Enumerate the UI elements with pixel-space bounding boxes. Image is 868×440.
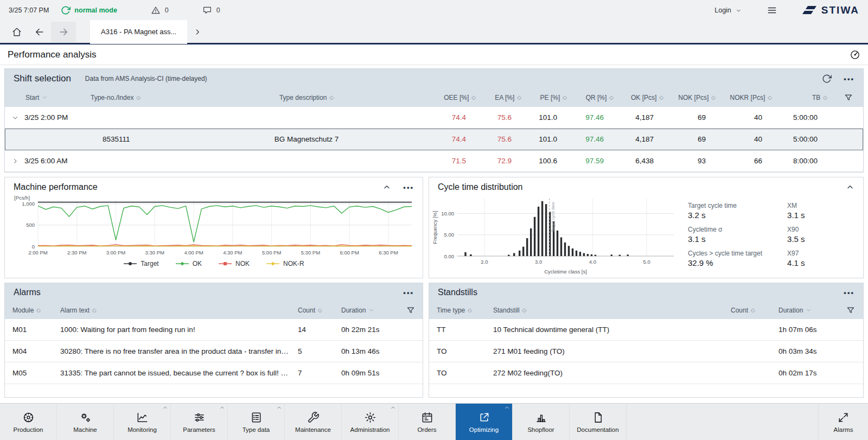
- nav-item-maintenance[interactable]: Maintenance: [285, 404, 342, 440]
- standstill-row[interactable]: TO271 M01 feeding (TO)0h 03m 34s: [429, 341, 863, 362]
- column-header[interactable]: Standstill◇: [486, 307, 723, 314]
- nav-item-production[interactable]: Production: [0, 404, 57, 440]
- nav-item-administration[interactable]: Administration: [342, 404, 399, 440]
- middle-cards-row: Machine performance ••• [Pcs/h]2:00 PM2:…: [4, 177, 864, 278]
- legend-item[interactable]: OK: [175, 260, 202, 267]
- sort-icon: ◇: [136, 95, 141, 100]
- nokr-value: 40: [722, 113, 778, 122]
- sort-icon: ◇: [329, 95, 334, 100]
- nav-item-monitoring[interactable]: Monitoring: [114, 404, 171, 440]
- refresh-icon[interactable]: [822, 74, 832, 84]
- column-header[interactable]: PE [%]◇: [528, 94, 573, 101]
- nav-item-shopfloor[interactable]: Shopfloor: [513, 404, 570, 440]
- machine-icon: [79, 411, 92, 424]
- nav-item-parameters[interactable]: Parameters: [171, 404, 228, 440]
- filter-button[interactable]: [399, 305, 423, 315]
- column-header[interactable]: Type-no./Index◇: [86, 94, 178, 101]
- column-header[interactable]: NOK [Pcs]◇: [670, 94, 722, 101]
- back-button[interactable]: [28, 22, 51, 42]
- collapse-chevron-icon[interactable]: [382, 183, 391, 192]
- legend-marker-icon: [175, 261, 189, 266]
- filter-button[interactable]: [834, 93, 863, 103]
- shift-row[interactable]: 3/25 2:00 PM 74.4 75.6 101.0 97.46 4,187…: [5, 107, 863, 129]
- pe-value: 101.0: [528, 135, 573, 143]
- column-header[interactable]: EA [%]◇: [482, 94, 528, 101]
- nav-item-machine[interactable]: Machine: [57, 404, 114, 440]
- mode-indicator[interactable]: normal mode: [61, 5, 117, 15]
- column-header[interactable]: Time type◇: [429, 307, 486, 314]
- collapse-chevron-icon[interactable]: [504, 404, 510, 412]
- documentation-icon: [592, 411, 604, 424]
- chevron-down-icon: [42, 94, 48, 100]
- collapse-chevron-icon[interactable]: [846, 183, 854, 192]
- cycle-time-card: Cycle time distribution 2.03.04.05.00.00…: [429, 177, 864, 278]
- shift-start: 3/25 6:00 AM: [24, 157, 68, 165]
- standstill-row[interactable]: TO272 M02 feeding(TO)0h 02m 17s: [429, 362, 863, 384]
- machine-performance-title: Machine performance: [14, 182, 98, 192]
- column-header[interactable]: OK [Pcs]◇: [620, 94, 670, 101]
- performance-gauge-icon[interactable]: [850, 49, 860, 60]
- more-menu-icon[interactable]: •••: [844, 75, 854, 83]
- page-title-row: Performance analysis: [0, 44, 868, 65]
- column-header[interactable]: Module◇: [5, 307, 53, 314]
- column-header[interactable]: NOKR [Pcs]◇: [722, 94, 778, 101]
- alarm-row[interactable]: M0531335: The part cannot be issued, bec…: [5, 362, 423, 384]
- column-header[interactable]: Type description◇: [178, 94, 435, 101]
- collapse-chevron-icon[interactable]: [162, 404, 168, 412]
- nav-item-type-data[interactable]: Type data: [228, 404, 285, 440]
- alarm-row[interactable]: M011000: Waiting for part from feeding r…: [5, 319, 423, 341]
- collapse-chevron-icon[interactable]: [276, 404, 282, 412]
- alarms-table-body: M011000: Waiting for part from feeding r…: [5, 319, 423, 384]
- shift-row[interactable]: 3/25 6:00 AM 71.5 72.9 100.6 97.59 6,438…: [5, 150, 863, 172]
- sort-icon: ◇: [468, 308, 472, 313]
- nav-item-orders[interactable]: Orders: [399, 404, 456, 440]
- collapse-row-icon[interactable]: [11, 114, 19, 122]
- nav-item-documentation[interactable]: Documentation: [570, 404, 627, 440]
- forward-button[interactable]: [51, 22, 76, 42]
- more-menu-icon[interactable]: •••: [403, 289, 414, 297]
- nav-item-alarms[interactable]: Alarms: [818, 404, 868, 440]
- sort-icon: ◇: [609, 95, 614, 100]
- expand-row-icon[interactable]: [11, 157, 19, 165]
- shift-table-header: StartType-no./Index◇Type description◇OEE…: [5, 88, 863, 107]
- filter-button[interactable]: [838, 305, 863, 315]
- svg-text:[Pcs/h]: [Pcs/h]: [14, 195, 30, 201]
- legend-item[interactable]: Target: [123, 260, 158, 267]
- collapse-chevron-icon[interactable]: [219, 404, 225, 412]
- column-header[interactable]: Duration: [771, 307, 838, 314]
- tab-label: A316 - PA Magnet ass...: [101, 28, 176, 36]
- pe-value: 100.6: [528, 157, 573, 165]
- svg-text:2:00 PM: 2:00 PM: [28, 250, 47, 256]
- legend-item[interactable]: NOK-R: [266, 260, 304, 267]
- standstill-row[interactable]: TT10 Technical downtime general (TT)1h 0…: [429, 319, 863, 341]
- login-menu[interactable]: Login: [714, 7, 742, 14]
- column-header[interactable]: TB◇: [778, 94, 834, 101]
- column-header[interactable]: Alarm text◇: [53, 307, 290, 314]
- svg-text:3:00 PM: 3:00 PM: [106, 250, 125, 256]
- nav-item-optimizing[interactable]: Optimizing: [456, 404, 513, 440]
- page-title: Performance analysis: [8, 49, 96, 60]
- tab-next-button[interactable]: [187, 22, 208, 42]
- column-header[interactable]: Count◇: [723, 307, 771, 314]
- column-header[interactable]: Start: [5, 94, 86, 101]
- column-header[interactable]: Duration: [334, 307, 399, 314]
- collapse-chevron-icon[interactable]: [390, 404, 396, 412]
- more-menu-icon[interactable]: •••: [844, 289, 854, 297]
- tab-a316[interactable]: A316 - PA Magnet ass...: [90, 20, 187, 44]
- home-button[interactable]: [5, 22, 28, 42]
- standstills-title: Standstills: [438, 288, 477, 297]
- shift-selection-subtitle: Data from AMS Analysis-CI (time-delayed): [85, 75, 207, 82]
- column-header[interactable]: QR [%]◇: [573, 94, 620, 101]
- machine-performance-card: Machine performance ••• [Pcs/h]2:00 PM2:…: [4, 177, 423, 278]
- column-header[interactable]: OEE [%]◇: [435, 94, 482, 101]
- alarm-row[interactable]: M0430280: There is no free transfer area…: [5, 341, 423, 362]
- column-header[interactable]: Count◇: [290, 307, 334, 314]
- message-indicator[interactable]: 0: [202, 5, 220, 15]
- legend-item[interactable]: NOK: [218, 260, 250, 267]
- hamburger-menu-icon[interactable]: [767, 5, 777, 16]
- warning-indicator[interactable]: 0: [151, 5, 169, 15]
- cycle-time-stats: Target cycle time3.2 sCycletime σ3.1 sCy…: [678, 194, 805, 273]
- more-menu-icon[interactable]: •••: [403, 183, 414, 192]
- shift-row[interactable]: 8535111 BG Magnetschutz 7 74.4 75.6 101.…: [5, 129, 863, 150]
- ok-value: 6,438: [620, 157, 670, 165]
